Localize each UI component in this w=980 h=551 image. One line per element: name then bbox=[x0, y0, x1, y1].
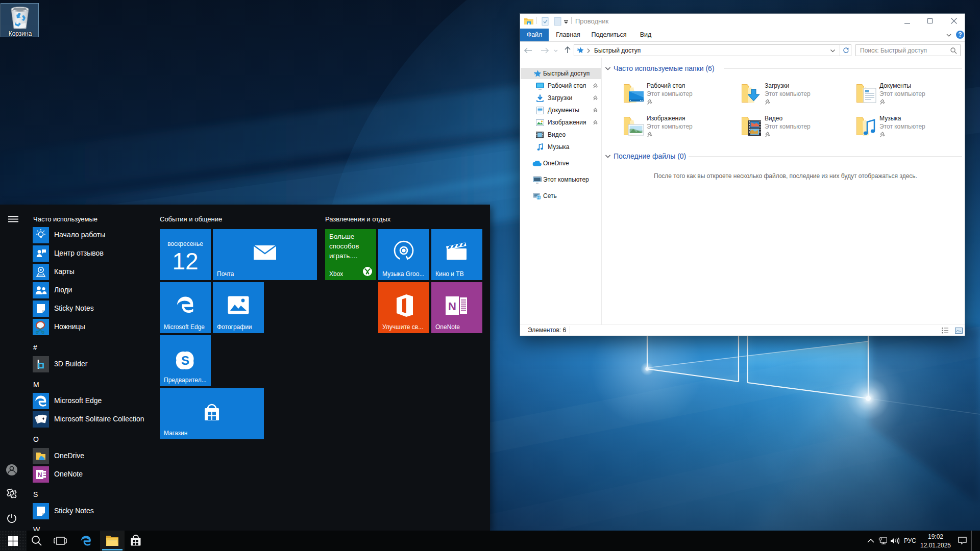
svg-text:N: N bbox=[448, 300, 456, 313]
svg-text:N: N bbox=[38, 471, 42, 479]
svg-text:S: S bbox=[181, 354, 189, 367]
